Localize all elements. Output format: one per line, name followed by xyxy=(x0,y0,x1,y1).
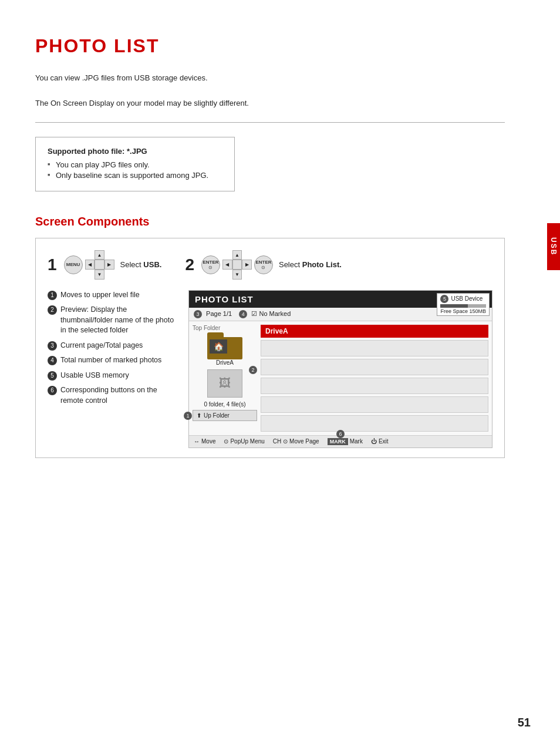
menu-button[interactable]: MENU xyxy=(64,255,83,274)
file-row-2 xyxy=(261,359,488,375)
ann-num-2: 2 xyxy=(48,305,57,315)
dpad2-up[interactable]: ▲ xyxy=(232,250,242,260)
intro-line-2: The On Screen Display on your model may … xyxy=(35,96,505,110)
step-1-label: Select USB. xyxy=(120,260,162,269)
step-2-bold: Photo List. xyxy=(302,260,342,269)
footer-popup[interactable]: ⊙ PopUp Menu xyxy=(224,438,264,445)
footer-move: ↔ Move xyxy=(194,438,215,445)
divider-1 xyxy=(35,122,505,123)
dpad2-left[interactable]: ◀ xyxy=(222,260,232,270)
move-label: Move xyxy=(201,438,215,445)
files-panel: DriveA xyxy=(261,325,488,432)
ann-text-4: Total number of marked photos xyxy=(60,355,177,366)
up-folder-icon: ⬆ xyxy=(197,412,201,419)
footer-exit[interactable]: ⏻ Exit xyxy=(371,438,389,445)
page-number: 51 xyxy=(518,716,531,729)
move-icon: ↔ xyxy=(194,438,200,445)
top-folder-label: Top Folder xyxy=(193,325,257,331)
file-row-1 xyxy=(261,340,488,356)
dpad-center[interactable] xyxy=(95,260,104,270)
annotation-3: 3 Current page/Total pages xyxy=(48,341,177,351)
dpad-right[interactable]: ▶ xyxy=(104,260,114,270)
mark-label: Mark xyxy=(350,438,363,445)
info-box-title: Supported photo file: *.JPG xyxy=(48,147,222,156)
ann-num-1: 1 xyxy=(48,291,57,300)
annotation-6: 6 Corresponding buttons on the remote co… xyxy=(48,385,177,406)
ann-num-3: 3 xyxy=(48,341,57,351)
photo-thumb: 🖼 xyxy=(207,369,242,398)
footer-mark[interactable]: MARK Mark xyxy=(328,438,363,445)
enter-button-2[interactable]: ENTER ⊙ xyxy=(254,255,273,274)
step-2-buttons: ENTER ⊙ ▲ ◀ ▶ ▼ ENTER ⊙ xyxy=(201,250,273,280)
dpad2-down[interactable]: ▼ xyxy=(232,270,242,280)
annotation-1: 1 Moves to upper level file xyxy=(48,290,177,301)
ann-text-1: Moves to upper level file xyxy=(60,290,177,301)
screen-components-box: 1 MENU ▲ ◀ ▶ ▼ Select US xyxy=(35,238,505,458)
file-row-4 xyxy=(261,396,488,413)
up-folder-label: Up Folder xyxy=(204,412,230,419)
info-box-list: You can play JPG files only. Only baseli… xyxy=(48,160,222,180)
step-1-number: 1 xyxy=(48,255,57,274)
ann-num-6: 6 xyxy=(48,386,57,395)
page-info: 3 Page 1/1 4 ☑ No Marked xyxy=(194,310,291,318)
usb-device-label: USB Device xyxy=(451,295,483,302)
page-title: PHOTO LIST xyxy=(35,35,505,57)
usb-free-label: Free Space 150MB xyxy=(440,308,486,314)
dpad-left[interactable]: ◀ xyxy=(85,260,95,270)
mark-badge: MARK xyxy=(328,438,348,445)
step-1-bold: USB. xyxy=(143,260,161,269)
drive-a-folder-label: DriveA xyxy=(216,359,234,366)
usb-bar-fill xyxy=(440,304,468,308)
step-2: 2 ENTER ⊙ ▲ ◀ ▶ ▼ ENTER ⊙ xyxy=(185,250,342,280)
marker-3: 3 xyxy=(194,310,202,318)
marker-2: 2 xyxy=(249,366,257,374)
step-2-label: Select Photo List. xyxy=(279,260,342,269)
annotations-panel: 1 Moves to upper level file 2 Preview: D… xyxy=(48,290,177,448)
annotation-2: 2 Preview: Display the thumbnail/folder … xyxy=(48,305,177,336)
section-heading: Screen Components xyxy=(35,215,505,228)
photo-thumb-icon: 🖼 xyxy=(219,376,231,390)
marker-5: 5 xyxy=(440,295,448,303)
info-item-1: You can play JPG files only. xyxy=(48,160,222,169)
folder-count: 0 folder, 4 file(s) xyxy=(193,401,257,408)
dpad-down[interactable]: ▼ xyxy=(95,270,104,280)
exit-icon: ⏻ xyxy=(371,438,377,445)
enter-button-1[interactable]: ENTER ⊙ xyxy=(201,255,220,274)
ch-icon: CH ⊙ xyxy=(273,438,288,445)
photo-thumbnail: 2 🖼 xyxy=(193,369,257,398)
dpad2-right[interactable]: ▶ xyxy=(242,260,252,270)
step-2-number: 2 xyxy=(185,255,194,274)
diagram-area: 1 Moves to upper level file 2 Preview: D… xyxy=(48,290,492,448)
ann-text-5: Usable USB memory xyxy=(60,371,177,381)
ann-text-2: Preview: Display the thumbnail/folder na… xyxy=(60,305,177,336)
annotation-4: 4 Total number of marked photos xyxy=(48,355,177,366)
info-box: Supported photo file: *.JPG You can play… xyxy=(35,137,235,191)
marker-6: 6 xyxy=(336,430,345,438)
photo-list-mockup: PHOTO LIST 3 Page 1/1 4 ☑ No Marked 5 xyxy=(188,290,492,448)
file-row-5 xyxy=(261,415,488,432)
popup-label: PopUp Menu xyxy=(230,438,264,445)
exit-label: Exit xyxy=(379,438,389,445)
marker-1: 1 xyxy=(184,412,192,420)
popup-icon: ⊙ xyxy=(224,438,228,445)
footer-movepage[interactable]: CH ⊙ Move Page xyxy=(273,438,319,445)
dpad-1[interactable]: ▲ ◀ ▶ ▼ xyxy=(85,250,114,280)
drive-a-folder[interactable]: 🏠 DriveA xyxy=(193,332,257,366)
drive-a-selected[interactable]: DriveA xyxy=(261,325,488,338)
usb-indicator: 5 USB Device Free Space 150MB xyxy=(437,293,490,316)
marker-4: 4 xyxy=(239,310,247,318)
file-row-3 xyxy=(261,378,488,394)
dpad2-center[interactable] xyxy=(232,260,242,270)
usb-side-tab: USB xyxy=(547,223,560,270)
photo-list-body: Top Folder 🏠 DriveA xyxy=(189,321,492,435)
folder-panel: Top Folder 🏠 DriveA xyxy=(193,325,257,432)
usb-bar xyxy=(440,304,486,308)
up-folder[interactable]: 1 ⬆ Up Folder xyxy=(193,410,257,421)
ann-text-3: Current page/Total pages xyxy=(60,341,177,351)
dpad-2[interactable]: ▲ ◀ ▶ ▼ xyxy=(222,250,252,280)
step-1-buttons: MENU ▲ ◀ ▶ ▼ xyxy=(64,250,114,280)
steps-row: 1 MENU ▲ ◀ ▶ ▼ Select US xyxy=(48,250,492,280)
dpad-up[interactable]: ▲ xyxy=(95,250,104,260)
photo-list-footer: 6 ↔ Move ⊙ PopUp Menu CH ⊙ Move Page MA xyxy=(189,435,492,447)
info-item-2: Only baseline scan is supported among JP… xyxy=(48,171,222,180)
